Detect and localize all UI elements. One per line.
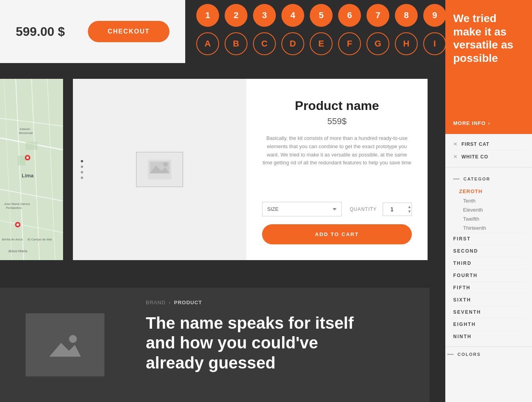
- filter-tag-first: ✕ FIRST CAT: [451, 138, 526, 151]
- circle-g[interactable]: G: [366, 32, 389, 55]
- checkout-button[interactable]: CHECKOUT: [88, 21, 169, 42]
- colors-section-dash-icon: —: [447, 351, 454, 358]
- subcategory-twelfth[interactable]: Twelfth: [451, 214, 526, 223]
- svg-point-29: [69, 335, 77, 343]
- svg-text:Estación: Estación: [20, 128, 30, 130]
- subcategory-eleventh[interactable]: Eleventh: [451, 205, 526, 214]
- bottom-left-image-section: [0, 288, 130, 402]
- circle-d[interactable]: D: [281, 32, 304, 55]
- breadcrumb-brand: BRAND: [146, 300, 166, 305]
- sidebar-categories: — CATEGOR ZEROTH Tenth Eleventh Twelfth …: [445, 168, 532, 346]
- sidebar-item-fourth[interactable]: FOURTH: [451, 269, 526, 281]
- circle-e[interactable]: E: [310, 32, 333, 55]
- dot-2[interactable]: [81, 166, 83, 168]
- circles-area: 1 2 3 4 5 6 7 8 9 A B C D E F G H I: [193, 4, 449, 61]
- circle-3[interactable]: 3: [253, 4, 276, 27]
- bottom-center-content: BRAND › PRODUCT The name speaks for itse…: [130, 288, 430, 402]
- letter-circles-row: A B C D E F G H I: [193, 32, 449, 55]
- circle-4[interactable]: 4: [281, 4, 304, 27]
- sidebar-item-fifth[interactable]: FIFTH: [451, 281, 526, 294]
- svg-text:Jesus-Maria: Jesus-Maria: [8, 249, 27, 253]
- product-image-area: [73, 79, 246, 260]
- circle-h[interactable]: H: [395, 32, 418, 55]
- image-icon: [148, 160, 171, 179]
- sidebar-item-eighth[interactable]: EIGHTH: [451, 318, 526, 330]
- breadcrumb: BRAND › PRODUCT: [146, 300, 414, 305]
- circle-5[interactable]: 5: [310, 4, 333, 27]
- circle-b[interactable]: B: [225, 32, 247, 55]
- bottom-heading: The name speaks for itself and how you c…: [146, 313, 414, 373]
- svg-text:Breña  Av Arica: Breña Av Arica: [2, 238, 23, 241]
- dark-image-icon: [49, 333, 81, 357]
- product-controls: SIZE S M L XL QUANTITY ▲ ▼: [262, 202, 412, 216]
- zeroth-category[interactable]: ZEROTH: [451, 186, 526, 196]
- circle-6[interactable]: 6: [338, 4, 361, 27]
- filter-remove-white[interactable]: ✕: [453, 154, 458, 160]
- map-area: Lima Estación Monserrate Jose Maria Zarr…: [0, 79, 63, 260]
- filter-tag-white: ✕ WHITE CO: [451, 151, 526, 163]
- sidebar-item-seventh[interactable]: SEVENTH: [451, 306, 526, 318]
- right-sidebar: ✕ FIRST CAT ✕ WHITE CO — CATEGOR ZEROTH …: [445, 134, 532, 402]
- svg-rect-9: [26, 142, 37, 150]
- add-to-cart-button[interactable]: ADD TO CART: [262, 224, 412, 244]
- category-section-title: CATEGOR: [463, 177, 490, 181]
- svg-text:Portabelino: Portabelino: [6, 206, 22, 210]
- filter-tags-section: ✕ FIRST CAT ✕ WHITE CO: [445, 134, 532, 168]
- svg-text:Jose Maria Zarrios: Jose Maria Zarrios: [4, 202, 30, 206]
- svg-text:El Campo de Mar: El Campo de Mar: [28, 238, 52, 241]
- product-info: Product name 559$ Basically, the kit con…: [246, 79, 428, 260]
- quantity-down-arrow[interactable]: ▼: [407, 209, 411, 214]
- more-info-link[interactable]: MORE INFO ›: [453, 120, 524, 126]
- heading-line3: already guessed: [146, 353, 414, 373]
- sidebar-item-sixth[interactable]: SIXTH: [451, 294, 526, 306]
- product-name: Product name: [262, 99, 412, 113]
- filter-tag-white-label: WHITE CO: [461, 154, 488, 160]
- filter-remove-first[interactable]: ✕: [453, 141, 458, 147]
- subcategory-thirteenth[interactable]: Thirteenth: [451, 223, 526, 233]
- subcategory-tenth[interactable]: Tenth: [451, 196, 526, 205]
- heading-line2: and how you could've: [146, 333, 414, 353]
- dot-1[interactable]: [81, 160, 83, 162]
- product-description: Basically, the kit consists of more than…: [262, 134, 412, 167]
- dot-3[interactable]: [81, 171, 83, 173]
- svg-point-20: [26, 156, 29, 159]
- svg-point-26: [163, 162, 168, 167]
- circle-f[interactable]: F: [338, 32, 361, 55]
- arrow-icon: ›: [488, 120, 490, 126]
- size-select[interactable]: SIZE S M L XL: [262, 202, 342, 216]
- product-card: Product name 559$ Basically, the kit con…: [73, 79, 428, 260]
- filter-tag-first-label: FIRST CAT: [461, 141, 489, 147]
- sidebar-item-third[interactable]: THIRD: [451, 257, 526, 269]
- colors-section-header[interactable]: — COLORS: [445, 346, 532, 362]
- promo-card: We tried make it as versatile as possibl…: [445, 0, 532, 134]
- svg-text:Lima: Lima: [22, 173, 34, 179]
- svg-text:Monserrate: Monserrate: [19, 132, 33, 134]
- price-label: 599.00 $: [16, 24, 65, 39]
- sidebar-item-ninth[interactable]: NINTH: [451, 330, 526, 342]
- map-svg: Lima Estación Monserrate Jose Maria Zarr…: [0, 79, 63, 260]
- quantity-arrows: ▲ ▼: [407, 205, 411, 214]
- section-dash-icon: —: [453, 175, 459, 182]
- sidebar-item-second[interactable]: SECOND: [451, 245, 526, 257]
- image-dots: [81, 160, 83, 179]
- quantity-input[interactable]: [383, 203, 407, 216]
- circle-8[interactable]: 8: [395, 4, 418, 27]
- quantity-label: QUANTITY: [350, 207, 377, 212]
- map-background: Lima Estación Monserrate Jose Maria Zarr…: [0, 79, 63, 260]
- svg-rect-0: [0, 79, 63, 260]
- number-circles-row: 1 2 3 4 5 6 7 8 9: [193, 4, 449, 27]
- dot-4[interactable]: [81, 177, 83, 179]
- circle-a[interactable]: A: [196, 32, 219, 55]
- quantity-up-arrow[interactable]: ▲: [407, 205, 411, 209]
- circle-2[interactable]: 2: [225, 4, 247, 27]
- circle-c[interactable]: C: [253, 32, 276, 55]
- heading-line1: The name speaks for itself: [146, 313, 414, 333]
- circle-1[interactable]: 1: [196, 4, 219, 27]
- product-price: 559$: [262, 116, 412, 127]
- circle-i[interactable]: I: [423, 32, 446, 55]
- breadcrumb-product: PRODUCT: [174, 300, 202, 305]
- category-section-header[interactable]: — CATEGOR: [451, 171, 526, 186]
- circle-9[interactable]: 9: [423, 4, 446, 27]
- circle-7[interactable]: 7: [366, 4, 389, 27]
- sidebar-item-first[interactable]: FIRST: [451, 233, 526, 245]
